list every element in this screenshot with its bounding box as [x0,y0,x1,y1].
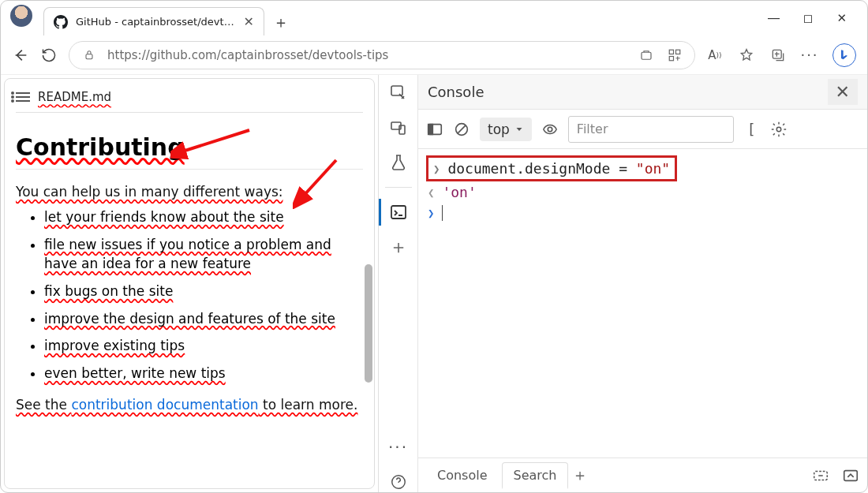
maximize-icon[interactable]: ◻ [803,11,813,25]
settings-icon[interactable] [770,121,788,138]
clear-console-icon[interactable] [453,121,470,138]
experiments-icon[interactable] [388,152,409,173]
address-bar: https://github.com/captainbrosset/devtoo… [1,35,867,75]
list-item: improve the design and features of the s… [44,309,363,329]
console-code: document.designMode = "on" [447,160,670,177]
devtools-rail: ＋ ··· [379,75,418,492]
console-input-line: ❯ document.designMode = "on" [426,155,677,181]
url-text: https://github.com/captainbrosset/devtoo… [107,48,388,62]
read-aloud-icon[interactable]: A)) [706,47,724,64]
file-header: README.md [16,85,363,113]
help-icon[interactable] [388,472,409,492]
bullet-list: let your friends know about the site fil… [16,207,363,383]
chevron-down-icon [514,125,524,134]
drawer-tab-search[interactable]: Search [502,462,569,489]
list-item: let your friends know about the site [44,207,363,227]
live-expression-icon[interactable] [541,121,559,138]
webpage: README.md Contributing You can help us i… [4,78,375,489]
url-input[interactable]: https://github.com/captainbrosset/devtoo… [69,41,695,69]
list-item: even better, write new tips [44,364,363,383]
console-body[interactable]: ❯ document.designMode = "on" ❯ 'on' ❯ [418,149,867,458]
devtools-close-icon[interactable]: ✕ [828,79,858,105]
console-prompt[interactable]: ❯ [426,203,859,223]
prompt-icon: ❯ [428,207,434,219]
back-icon[interactable] [12,47,29,64]
bing-icon[interactable] [832,43,856,67]
tab-close-icon[interactable]: ✕ [244,14,254,29]
scrollbar[interactable] [363,103,374,480]
outro-text: See the contribution documentation to le… [16,397,363,413]
profile-avatar[interactable] [10,5,32,27]
new-tab-button[interactable]: ＋ [268,9,294,35]
intro-text: You can help us in many different ways: [16,184,363,200]
text-caret [442,205,443,221]
add-drawer-tab-icon[interactable]: ＋ [571,467,589,484]
filter-placeholder: Filter [577,121,608,136]
console-output-line: ❯ 'on' [426,181,859,203]
content-area: README.md Contributing You can help us i… [1,75,867,492]
console-panel-icon[interactable] [388,202,409,222]
return-icon: ❯ [428,186,434,199]
svg-rect-2 [669,50,673,54]
context-selector[interactable]: top [480,118,532,141]
svg-rect-14 [428,124,433,134]
page-heading: Contributing [16,133,363,170]
svg-point-17 [776,127,781,132]
devtools-drawer: Console Search ＋ [418,458,867,492]
filter-input[interactable]: Filter [568,116,734,143]
more-tools-icon[interactable]: ··· [388,437,409,458]
svg-point-16 [548,127,552,132]
devtools-main: Console ✕ top Filter [418,75,867,492]
panel-title: Console [428,84,484,100]
outline-icon[interactable] [16,92,30,102]
browser-tab[interactable]: GitHub - captainbrosset/devtool ✕ [43,7,264,35]
return-value: 'on' [442,184,476,200]
site-info-icon[interactable] [80,47,98,64]
issues-icon[interactable] [812,467,829,484]
window-controls: ― ◻ ✕ [768,11,861,25]
svg-rect-19 [844,470,858,480]
context-label: top [488,121,510,137]
code-string: "on" [636,160,670,177]
svg-rect-4 [669,56,673,60]
filename: README.md [38,90,111,104]
refresh-icon[interactable] [40,47,58,64]
svg-rect-0 [86,54,92,58]
list-item: file new issues if you notice a problem … [44,235,363,274]
code-text: document.designMode = [447,160,635,177]
more-icon[interactable]: ··· [801,47,818,64]
extensions-icon[interactable] [666,47,683,64]
svg-rect-3 [676,50,680,54]
titlebar: GitHub - captainbrosset/devtool ✕ ＋ ― ◻ … [1,1,867,35]
devtools-header: Console ✕ [418,75,867,110]
list-item: improve existing tips [44,336,363,356]
collections-icon[interactable] [769,47,787,64]
dock-icon[interactable] [842,467,859,484]
add-panel-icon[interactable]: ＋ [388,237,409,257]
device-icon[interactable] [388,118,409,138]
favorite-icon[interactable] [738,47,755,64]
shopping-icon[interactable] [638,47,655,64]
sidebar-toggle-icon[interactable] [426,121,443,138]
log-levels-icon[interactable]: [ [743,121,761,138]
devtools: ＋ ··· Console ✕ top [378,75,867,492]
github-icon [54,15,68,29]
drawer-tab-console[interactable]: Console [426,463,499,487]
tab-title: GitHub - captainbrosset/devtool [76,16,236,28]
prompt-icon: ❯ [433,162,440,175]
outro-pre: See the [16,397,71,413]
svg-rect-11 [391,206,406,218]
contribution-link[interactable]: contribution documentation [71,397,258,413]
console-toolbar: top Filter [ [418,110,867,149]
close-icon[interactable]: ✕ [836,11,847,25]
svg-rect-1 [642,52,651,59]
outro-post: to learn more. [259,397,358,413]
minimize-icon[interactable]: ― [768,11,780,25]
list-item: fix bugs on the site [44,282,363,301]
svg-rect-8 [391,86,402,95]
inspect-icon[interactable] [388,83,409,103]
